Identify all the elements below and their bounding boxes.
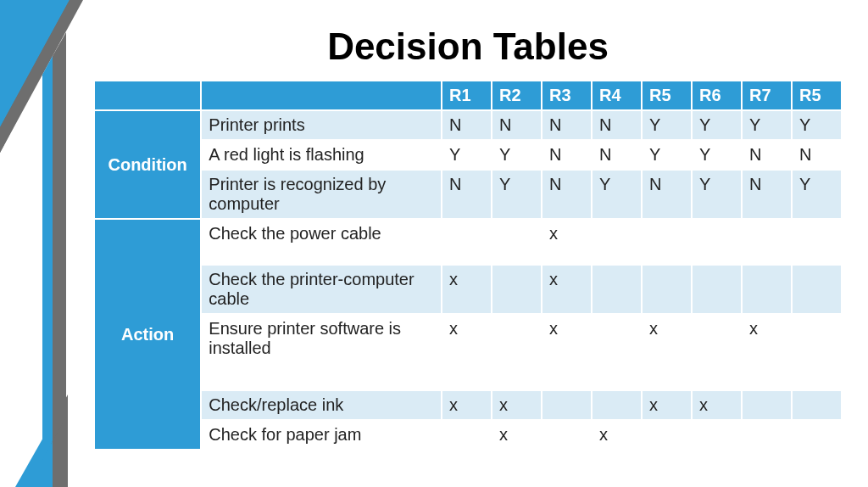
- cell: [592, 390, 642, 420]
- corner-cell: [201, 81, 442, 110]
- cell: [792, 265, 842, 314]
- cell: x: [542, 265, 592, 314]
- svg-marker-10: [25, 441, 51, 487]
- action-label: Check the printer-computer cable: [201, 265, 442, 314]
- action-label: Check the power cable: [201, 219, 442, 265]
- cell: [692, 265, 742, 314]
- cell: [592, 219, 642, 265]
- cell: [742, 390, 792, 420]
- rule-header: R4: [592, 81, 642, 110]
- condition-row: Printer is recognized by computer N Y N …: [94, 170, 842, 219]
- cell: x: [542, 219, 592, 265]
- cell: [642, 219, 692, 265]
- action-row: Check for paper jam x x: [94, 420, 842, 450]
- cell: [742, 219, 792, 265]
- cell: x: [542, 314, 592, 390]
- cell: N: [592, 110, 642, 140]
- cell: [592, 265, 642, 314]
- svg-marker-12: [53, 32, 66, 441]
- action-row: Check the printer-computer cable x x: [94, 265, 842, 314]
- cell: [742, 265, 792, 314]
- cell: Y: [492, 140, 542, 170]
- cell: x: [442, 390, 492, 420]
- condition-label: Printer prints: [201, 110, 442, 140]
- cell: [692, 219, 742, 265]
- cell: [542, 390, 592, 420]
- action-section-label: Action: [94, 219, 201, 450]
- cell: [792, 219, 842, 265]
- cell: N: [492, 110, 542, 140]
- cell: [542, 420, 592, 450]
- cell: x: [642, 314, 692, 390]
- svg-marker-1: [0, 0, 81, 153]
- cell: x: [742, 314, 792, 390]
- cell: [592, 314, 642, 390]
- svg-marker-5: [0, 0, 81, 487]
- cell: Y: [492, 170, 542, 219]
- cell: x: [442, 265, 492, 314]
- cell: x: [492, 420, 542, 450]
- cell: N: [642, 170, 692, 219]
- cell: [442, 420, 492, 450]
- svg-marker-3: [51, 395, 68, 487]
- rule-header: R1: [442, 81, 492, 110]
- svg-marker-2: [15, 424, 51, 487]
- header-row: R1 R2 R3 R4 R5 R6 R7 R5: [94, 81, 842, 110]
- svg-marker-11: [42, 56, 53, 460]
- svg-marker-8: [0, 0, 83, 153]
- slide-content: Decision Tables R1 R2 R3 R4 R5 R6 R7 R5 …: [93, 25, 843, 451]
- rule-header: R6: [692, 81, 742, 110]
- cell: [442, 219, 492, 265]
- cell: x: [442, 314, 492, 390]
- rule-header: R2: [492, 81, 542, 110]
- cell: Y: [592, 170, 642, 219]
- action-row: Check/replace ink x x x x: [94, 390, 842, 420]
- svg-marker-14: [53, 417, 66, 487]
- rule-header: R5: [642, 81, 692, 110]
- cell: N: [742, 170, 792, 219]
- cell: x: [692, 390, 742, 420]
- cell: N: [542, 110, 592, 140]
- cell: Y: [692, 170, 742, 219]
- cell: Y: [742, 110, 792, 140]
- cell: [742, 420, 792, 450]
- corner-decoration: [0, 0, 102, 487]
- cell: [642, 265, 692, 314]
- cell: N: [792, 140, 842, 170]
- rule-header: R3: [542, 81, 592, 110]
- action-label: Check for paper jam: [201, 420, 442, 450]
- cell: x: [592, 420, 642, 450]
- corner-cell: [94, 81, 201, 110]
- rule-header: R7: [742, 81, 792, 110]
- decision-table: R1 R2 R3 R4 R5 R6 R7 R5 Condition Printe…: [93, 80, 843, 451]
- cell: Y: [692, 140, 742, 170]
- svg-marker-13: [17, 441, 53, 487]
- cell: [692, 420, 742, 450]
- diagonal-bars: [0, 0, 102, 487]
- cell: N: [742, 140, 792, 170]
- cell: x: [492, 390, 542, 420]
- cell: Y: [692, 110, 742, 140]
- cell: x: [642, 390, 692, 420]
- svg-marker-9: [41, 68, 49, 487]
- cell: N: [442, 110, 492, 140]
- condition-section-label: Condition: [94, 110, 201, 219]
- condition-row: A red light is flashing Y Y N N Y Y N N: [94, 140, 842, 170]
- condition-label: A red light is flashing: [201, 140, 442, 170]
- cell: [492, 219, 542, 265]
- action-row: Ensure printer software is installed x x…: [94, 314, 842, 390]
- cell: [642, 420, 692, 450]
- rule-header: R5: [792, 81, 842, 110]
- action-row: Action Check the power cable x: [94, 219, 842, 265]
- condition-row: Condition Printer prints N N N N Y Y Y Y: [94, 110, 842, 140]
- cell: [692, 314, 742, 390]
- cell: [792, 390, 842, 420]
- cell: N: [592, 140, 642, 170]
- cell: [792, 314, 842, 390]
- cell: N: [542, 140, 592, 170]
- svg-marker-0: [0, 0, 68, 119]
- cell: Y: [442, 140, 492, 170]
- slide-title: Decision Tables: [93, 25, 843, 68]
- cell: Y: [642, 110, 692, 140]
- cell: N: [442, 170, 492, 219]
